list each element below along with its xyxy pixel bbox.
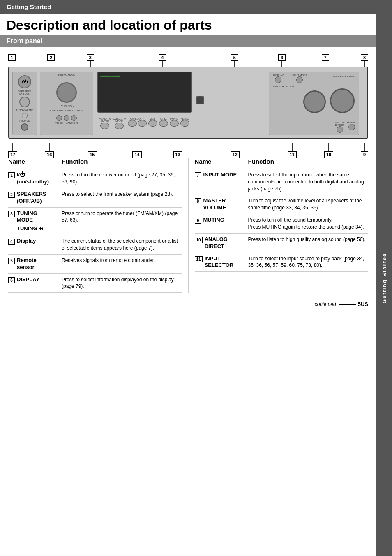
row-5-name: Remote sensor: [17, 257, 37, 271]
page-number: 5US: [358, 301, 368, 307]
table-row-10: 10 ANALOG DIRECT Press to listen to high…: [195, 234, 369, 253]
side-tab: Getting Started: [376, 0, 392, 556]
table-row-4: 4 Display The current status of the sele…: [8, 235, 182, 255]
category-plus-btn-visual: [138, 120, 147, 127]
continued-label: continued: [315, 301, 336, 307]
bottom-num-10: 10: [324, 143, 333, 158]
display-btn-visual: [275, 76, 281, 83]
table-row-1: 1 I/⏻ (on/standby) Press to turn the rec…: [8, 169, 182, 188]
row-7-num: 7: [195, 172, 201, 178]
row-6-name: DISPLAY: [17, 276, 39, 283]
row-1-num: 1: [8, 172, 15, 178]
row-8-num-name: 8 MASTER VOLUME: [195, 197, 248, 211]
num-label-7: 7: [322, 54, 329, 61]
num-label-15: 15: [88, 151, 97, 158]
row-5-num: 5: [8, 258, 15, 264]
num-label-6: 6: [278, 54, 286, 61]
row-1-name-cell: 1 I/⏻ (on/standby): [8, 171, 62, 185]
analog-direct-btn-visual: [337, 126, 343, 133]
remote-sensor-visual: [196, 96, 204, 104]
row-2-function: Press to select the front speaker system…: [62, 191, 173, 198]
bottom-num-17: 17: [8, 143, 17, 158]
av-inputs-visual: [40, 115, 93, 121]
row-3-num: 3: [8, 211, 15, 217]
category-minus-btn-visual: [128, 120, 137, 127]
left-col-function-header: Function: [62, 158, 88, 165]
row-9-num: 9: [195, 218, 201, 224]
music-btn-visual: [180, 120, 189, 127]
category-mode-btn-visual: [115, 123, 124, 129]
section-header: Getting Started: [0, 0, 376, 14]
row-5-function: Receives signals from remote commander.: [62, 257, 155, 264]
bottom-number-row: 17 16 15 14 13 12: [8, 143, 368, 158]
muting-btn-visual: [348, 124, 355, 130]
table-row-3: 3 TUNING MODE TUNING +/– Press or turn t…: [8, 208, 182, 236]
row-9-num-name: 9 MUTING: [195, 217, 248, 224]
bottom-num-13: 13: [173, 143, 182, 158]
continued-line: [339, 304, 356, 305]
row-2-name: SPEAKERS (OFF/A/B): [17, 191, 46, 205]
right-col-function-header: Function: [248, 158, 274, 165]
num-label-3: 3: [87, 54, 94, 61]
bottom-num-12: 12: [231, 143, 240, 158]
row-3-name-cell: 3 TUNING MODE TUNING +/–: [8, 210, 62, 233]
input-mode-btn-visual: [296, 76, 303, 83]
bottom-num-16: 16: [45, 143, 54, 158]
memory-enter-btn-visual: [100, 123, 109, 129]
row-11-name-cell: 11 INPUT SELECTOR: [195, 255, 248, 269]
num-label-4: 4: [159, 54, 166, 61]
sub-header: Front panel: [0, 35, 376, 47]
master-volume-knob-visual: [303, 90, 326, 113]
num-label-16: 16: [45, 151, 54, 158]
row-11-num-name: 11 INPUT SELECTOR: [195, 255, 248, 269]
side-tab-text: Getting Started: [381, 253, 387, 303]
bottom-num-11: 11: [288, 143, 297, 158]
device-illustration: 1 2 3 4 5: [0, 51, 376, 158]
table-row-7: 7 INPUT MODE Press to select the input m…: [195, 169, 369, 195]
input-selector-knob-visual: [330, 88, 355, 113]
num-label-17: 17: [8, 151, 17, 158]
right-panel: DISPLAY INPUT MODE INPUT SELECTOR MASTER…: [269, 72, 359, 135]
table-row-9: 9 MUTING Press to turn off the sound tem…: [195, 214, 369, 234]
phones-jack-visual: [21, 123, 28, 131]
movie-btn-visual: [170, 120, 179, 127]
power-button-visual: I/⏻: [18, 75, 31, 88]
row-8-function: Turn to adjust the volume level of all s…: [248, 197, 369, 211]
row-5-num-name: 5 Remote sensor: [8, 257, 62, 271]
row-2-name-cell: 2 SPEAKERS (OFF/A/B): [8, 191, 62, 205]
bottom-num-9: 9: [361, 143, 368, 158]
bottom-num-15: 15: [88, 143, 97, 158]
row-1-function: Press to turn the receiver on or off (pa…: [62, 171, 182, 185]
table-row-6: 6 DISPLAY Press to select information di…: [8, 274, 182, 293]
section-header-text: Getting Started: [7, 3, 51, 10]
num-label-14: 14: [132, 151, 141, 158]
row-4-function: The current status of the selected compo…: [62, 238, 182, 252]
left-table-headers: Name Function: [8, 158, 182, 167]
main-content: Getting Started Description and location…: [0, 0, 376, 311]
row-2-num-name: 2 SPEAKERS (OFF/A/B): [8, 191, 62, 205]
av-jack-1: [56, 115, 62, 121]
row-11-name: INPUT SELECTOR: [205, 255, 234, 269]
bottom-buttons-row: ANALOGDIRECT MUTING: [334, 121, 357, 133]
row-8-num: 8: [195, 198, 201, 204]
row-6-num: 6: [8, 277, 15, 283]
speakers-button-visual: [19, 97, 30, 107]
power-section: I/⏻ SPEAKERS(OFF/A/B) AUTO CAL MIC PHONE…: [12, 72, 37, 135]
tables-section: Name Function 1 I/⏻ (on/standby) Press t…: [0, 158, 376, 293]
table-row-2: 2 SPEAKERS (OFF/A/B) Press to select the…: [8, 188, 182, 208]
table-row-11: 11 INPUT SELECTOR Turn to select the inp…: [195, 253, 369, 272]
right-col-name-header: Name: [195, 158, 248, 165]
num-label-12: 12: [231, 151, 240, 158]
row-2-num: 2: [8, 192, 15, 198]
row-6-num-name: 6 DISPLAY: [8, 276, 62, 283]
num-label-11: 11: [288, 151, 297, 158]
afd-btn-visual: [159, 120, 168, 127]
row-3-num-name: 3 TUNING MODE TUNING +/–: [8, 210, 62, 233]
left-col-name-header: Name: [8, 158, 62, 165]
tuning-section: TUNING MODE – TUNING + VIDEO 2 IN/PORTAB…: [40, 72, 93, 135]
row-1-name: I/⏻ (on/standby): [17, 171, 49, 185]
bottom-num-14: 14: [132, 143, 141, 158]
row-4-name-cell: 4 Display: [8, 238, 62, 245]
row-7-num-name: 7 INPUT MODE: [195, 171, 248, 178]
row-6-name-cell: 6 DISPLAY: [8, 276, 62, 283]
